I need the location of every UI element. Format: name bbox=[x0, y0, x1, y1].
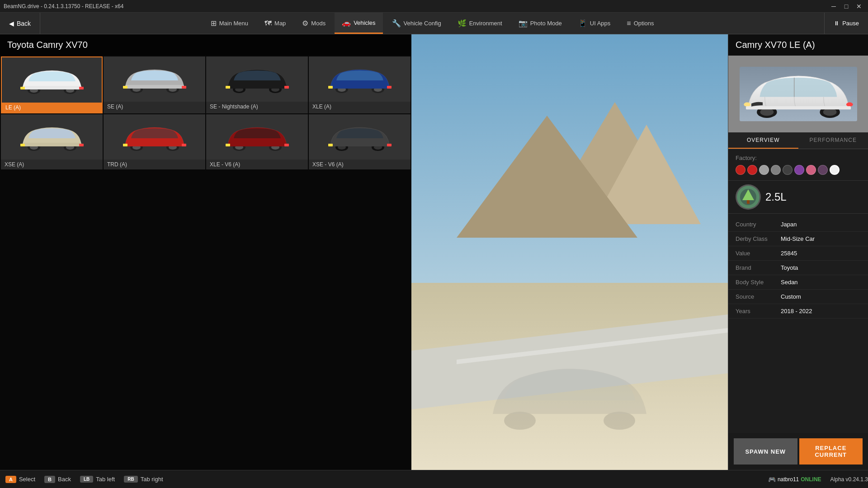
back-button[interactable]: ◀ Back bbox=[0, 13, 40, 34]
preview-car-svg bbox=[740, 65, 857, 123]
options-label: Options bbox=[634, 20, 654, 27]
color-swatch-pink[interactable] bbox=[806, 165, 816, 175]
vehicle-image-xse-a bbox=[1, 114, 103, 160]
game-world bbox=[411, 34, 728, 470]
vehicle-card-se-a[interactable]: SE (A) bbox=[104, 56, 205, 113]
vehicle-card-trd-a[interactable]: TRD (A) bbox=[104, 114, 205, 169]
nav-options[interactable]: ≡ Options bbox=[619, 13, 661, 34]
key-rb: RB bbox=[124, 476, 137, 483]
factory-label: Factory: bbox=[736, 155, 861, 161]
spec-key-value: Value bbox=[736, 250, 781, 257]
car-svg-xse-a bbox=[16, 121, 88, 153]
pause-icon: ⏸ bbox=[834, 20, 840, 27]
hint-select-label: Select bbox=[19, 476, 35, 483]
spec-row-brand: Brand Toyota bbox=[728, 261, 868, 275]
color-swatch-red1[interactable] bbox=[736, 165, 745, 175]
vehicle-label-xse-a: XSE (A) bbox=[1, 160, 103, 169]
svg-rect-32 bbox=[23, 143, 81, 146]
car-svg-xle-v6-a bbox=[221, 121, 293, 153]
key-b: B bbox=[44, 476, 55, 483]
spec-val-derby-class: Mid-Size Car bbox=[781, 235, 861, 242]
vehicle-label-xle-v6-a: XLE - V6 (A) bbox=[206, 160, 308, 169]
svg-rect-33 bbox=[20, 144, 25, 146]
nav-main-menu[interactable]: ⊞ Main Menu bbox=[203, 13, 255, 34]
vehicle-card-xle-v6-a[interactable]: XLE - V6 (A) bbox=[206, 114, 308, 169]
thumb-svg bbox=[737, 186, 760, 208]
vehicle-preview bbox=[728, 56, 868, 132]
nav-vehicles[interactable]: 🚗 Vehicles bbox=[335, 13, 382, 34]
hint-tab-right: RB Tab right bbox=[124, 476, 163, 483]
minimize-button[interactable]: ─ bbox=[828, 2, 839, 11]
spec-row-years: Years 2018 - 2022 bbox=[728, 304, 868, 319]
vehicle-image-trd-a bbox=[104, 114, 205, 160]
color-swatch-darkpurple[interactable] bbox=[818, 165, 828, 175]
svg-rect-12 bbox=[123, 86, 127, 89]
vehicle-label-le-a: LE (A) bbox=[2, 103, 102, 113]
mods-icon: ⚙ bbox=[302, 19, 308, 28]
vehicle-label-xle-a: XLE (A) bbox=[309, 102, 410, 112]
hint-tab-left: LB Tab left bbox=[80, 476, 115, 483]
spec-key-derby-class: Derby Class bbox=[736, 235, 781, 242]
ui-apps-icon: 📱 bbox=[578, 19, 587, 28]
maximize-button[interactable]: □ bbox=[841, 2, 852, 11]
vehicle-card-xle-a[interactable]: XLE (A) bbox=[309, 56, 410, 113]
svg-rect-18 bbox=[228, 85, 287, 89]
main-content: Toyota Camry XV70 bbox=[0, 34, 868, 470]
detail-tabs: OVERVIEW PERFORMANCE bbox=[728, 132, 868, 149]
color-swatch-white[interactable] bbox=[830, 165, 840, 175]
nav-mods[interactable]: ⚙ Mods bbox=[295, 13, 333, 34]
svg-rect-41 bbox=[182, 144, 186, 146]
connection-status: 🎮 natbro11 ONLINE Alpha v0.24.1.3 bbox=[768, 476, 868, 483]
pause-button[interactable]: ⏸ Pause bbox=[824, 13, 868, 34]
car-svg-le-a bbox=[16, 64, 88, 96]
hint-back: B Back bbox=[44, 476, 71, 483]
version-badge: Alpha v0.24.1.3 bbox=[830, 476, 868, 483]
car-svg-se-nightshade-a bbox=[221, 63, 293, 95]
spec-val-years: 2018 - 2022 bbox=[781, 308, 861, 314]
vehicle-card-xse-a[interactable]: XSE (A) bbox=[1, 114, 103, 169]
svg-rect-48 bbox=[284, 144, 289, 146]
svg-rect-13 bbox=[182, 86, 186, 89]
svg-rect-19 bbox=[226, 86, 230, 89]
nav-environment[interactable]: 🌿 Environment bbox=[450, 13, 509, 34]
vehicle-image-xle-a bbox=[309, 56, 410, 102]
environment-label: Environment bbox=[469, 20, 502, 27]
vehicle-label-se-a: SE (A) bbox=[104, 102, 205, 112]
vehicle-card-xse-v6-a[interactable]: XSE - V6 (A) bbox=[309, 114, 410, 169]
online-status: ONLINE bbox=[801, 476, 821, 483]
vehicle-card-le-a[interactable]: LE (A) bbox=[1, 56, 103, 113]
hint-tab-left-label: Tab left bbox=[96, 476, 115, 483]
vehicle-image-se-a bbox=[104, 56, 205, 102]
nav-map[interactable]: 🗺 Map bbox=[257, 13, 293, 34]
back-arrow-icon: ◀ bbox=[9, 20, 14, 27]
vehicle-image-se-nightshade-a bbox=[206, 56, 308, 102]
vehicle-card-se-nightshade-a[interactable]: SE - Nightshade (A) bbox=[206, 56, 308, 113]
spec-key-body-style: Body Style bbox=[736, 279, 781, 286]
svg-rect-40 bbox=[123, 144, 127, 146]
car-svg-xse-v6-a bbox=[324, 121, 396, 153]
color-swatch-darkgray[interactable] bbox=[783, 165, 793, 175]
nav-photo-mode[interactable]: 📷 Photo Mode bbox=[511, 13, 569, 34]
spec-row-source: Source Custom bbox=[728, 290, 868, 304]
tab-performance[interactable]: PERFORMANCE bbox=[798, 132, 868, 149]
color-swatch-gray[interactable] bbox=[771, 165, 781, 175]
factory-section: Factory: bbox=[728, 149, 868, 181]
color-swatch-red2[interactable] bbox=[747, 165, 757, 175]
action-buttons: SPAWN NEW REPLACE CURRENT bbox=[728, 433, 868, 470]
key-lb: LB bbox=[80, 476, 93, 483]
close-button[interactable]: ✕ bbox=[854, 2, 864, 11]
main-menu-label: Main Menu bbox=[219, 20, 248, 27]
engine-thumbnail bbox=[736, 184, 761, 210]
color-swatch-purple[interactable] bbox=[794, 165, 804, 175]
replace-current-button[interactable]: REPLACE CURRENT bbox=[799, 438, 863, 465]
vehicle-image-xse-v6-a bbox=[309, 114, 410, 160]
svg-point-58 bbox=[504, 412, 536, 430]
hint-tab-right-label: Tab right bbox=[141, 476, 163, 483]
spawn-new-button[interactable]: SPAWN NEW bbox=[734, 438, 797, 465]
tab-overview[interactable]: OVERVIEW bbox=[728, 132, 798, 149]
color-swatch-silver[interactable] bbox=[759, 165, 769, 175]
nav-ui-apps[interactable]: 📱 UI Apps bbox=[571, 13, 618, 34]
car-svg-trd-a bbox=[118, 121, 191, 153]
nav-vehicle-config[interactable]: 🔧 Vehicle Config bbox=[385, 13, 448, 34]
spec-val-brand: Toyota bbox=[781, 264, 861, 271]
